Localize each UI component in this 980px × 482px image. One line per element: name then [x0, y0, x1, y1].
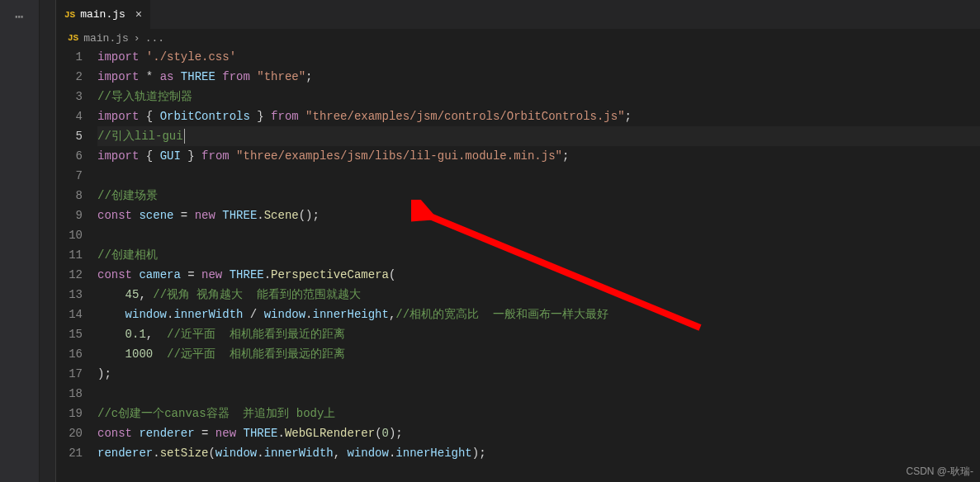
tab-bar: JS main.js ×	[56, 0, 980, 29]
code-editor[interactable]: 123456789101112131415161718192021 import…	[56, 47, 980, 482]
code-line[interactable]: import { GUI } from "three/examples/jsm/…	[97, 146, 980, 166]
code-line[interactable]: //创建相机	[97, 245, 980, 265]
code-line[interactable]: const camera = new THREE.PerspectiveCame…	[97, 265, 980, 285]
breadcrumb[interactable]: JS main.js › ...	[56, 29, 980, 47]
side-panel-edge	[40, 0, 56, 482]
line-number: 2	[56, 67, 83, 87]
code-line[interactable]: window.innerWidth / window.innerHeight,/…	[97, 305, 980, 324]
code-line[interactable]: const renderer = new THREE.WebGLRenderer…	[97, 423, 980, 443]
line-number: 15	[56, 324, 83, 344]
code-line[interactable]: renderer.setSize(window.innerWidth, wind…	[97, 443, 980, 463]
line-number: 1	[56, 47, 83, 67]
editor-area: JS main.js × JS main.js › ... 1234567891…	[56, 0, 980, 482]
line-number: 11	[56, 245, 83, 265]
code-line[interactable]: 1000 //远平面 相机能看到最远的距离	[97, 344, 980, 364]
line-number-gutter: 123456789101112131415161718192021	[56, 47, 97, 482]
line-number: 9	[56, 206, 83, 225]
line-number: 21	[56, 443, 83, 463]
line-number: 3	[56, 87, 83, 106]
code-line[interactable]: //导入轨道控制器	[97, 87, 980, 106]
line-number: 14	[56, 305, 83, 324]
code-line[interactable]: 45, //视角 视角越大 能看到的范围就越大	[97, 285, 980, 305]
line-number: 7	[56, 166, 83, 186]
code-line[interactable]: );	[97, 364, 980, 384]
code-line[interactable]: //引入lil-gui	[97, 126, 980, 146]
activity-bar: ⋯	[0, 0, 40, 482]
close-icon[interactable]: ×	[135, 8, 142, 21]
code-content[interactable]: import './style.css'import * as THREE fr…	[97, 47, 980, 482]
code-line[interactable]: //c创建一个canvas容器 并追加到 body上	[97, 404, 980, 423]
line-number: 13	[56, 285, 83, 305]
code-line[interactable]	[97, 225, 980, 245]
line-number: 10	[56, 225, 83, 245]
line-number: 12	[56, 265, 83, 285]
line-number: 19	[56, 404, 83, 423]
code-line[interactable]	[97, 384, 980, 404]
tab-main-js[interactable]: JS main.js ×	[56, 0, 151, 29]
code-line[interactable]: const scene = new THREE.Scene();	[97, 206, 980, 225]
tab-filename: main.js	[80, 8, 125, 21]
code-line[interactable]: //创建场景	[97, 186, 980, 206]
code-line[interactable]: import './style.css'	[97, 47, 980, 67]
chevron-right-icon: ›	[134, 32, 140, 45]
js-file-icon: JS	[68, 33, 78, 43]
line-number: 5	[56, 126, 83, 146]
line-number: 20	[56, 423, 83, 443]
code-line[interactable]: 0.1, //近平面 相机能看到最近的距离	[97, 324, 980, 344]
line-number: 18	[56, 384, 83, 404]
breadcrumb-file: main.js	[83, 32, 129, 45]
js-file-icon: JS	[64, 10, 75, 20]
line-number: 16	[56, 344, 83, 364]
code-line[interactable]: import * as THREE from "three";	[97, 67, 980, 87]
line-number: 17	[56, 364, 83, 384]
code-line[interactable]	[97, 166, 980, 186]
line-number: 8	[56, 186, 83, 206]
watermark: CSDN @-耿瑞-	[906, 465, 973, 479]
text-cursor	[184, 129, 185, 144]
more-icon[interactable]: ⋯	[10, 7, 30, 26]
line-number: 4	[56, 106, 83, 126]
code-line[interactable]: import { OrbitControls } from "three/exa…	[97, 106, 980, 126]
breadcrumb-more: ...	[145, 32, 164, 45]
line-number: 6	[56, 146, 83, 166]
